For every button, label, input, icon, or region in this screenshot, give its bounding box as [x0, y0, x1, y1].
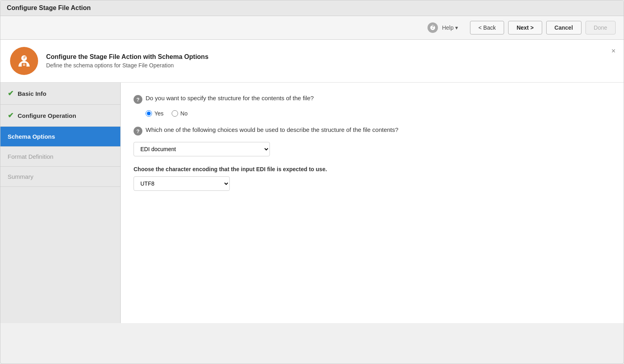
- window: Configure Stage File Action Help ▾ < Bac…: [0, 0, 624, 364]
- window-title: Configure Stage File Action: [7, 4, 617, 12]
- sidebar-item-label: Format Definition: [8, 153, 53, 160]
- content-area: ? Do you want to specify the structure f…: [121, 83, 624, 323]
- question2-icon: ?: [134, 127, 142, 135]
- back-button[interactable]: < Back: [470, 21, 504, 34]
- cancel-button[interactable]: Cancel: [546, 21, 581, 34]
- sidebar-item-label: Basic Info: [18, 90, 47, 97]
- question2-text: Which one of the following choices would…: [146, 126, 398, 133]
- sidebar-item-label: Schema Options: [8, 133, 55, 140]
- question1-row: ? Do you want to specify the structure f…: [134, 95, 611, 104]
- next-button[interactable]: Next >: [508, 21, 542, 34]
- help-label: Help: [442, 24, 454, 31]
- structure-select[interactable]: EDI document CSV document XML document F…: [134, 142, 270, 156]
- encoding-select-row: UTF8 ASCII ISO-8859-1 UTF-16: [134, 176, 611, 191]
- question1-text: Do you want to specify the structure for…: [146, 95, 314, 101]
- radio-yes-text: Yes: [154, 110, 164, 117]
- encoding-select[interactable]: UTF8 ASCII ISO-8859-1 UTF-16: [134, 176, 230, 191]
- radio-yes-label[interactable]: Yes: [146, 110, 164, 117]
- sidebar-item-label: Configure Operation: [18, 112, 76, 119]
- structure-select-row: EDI document CSV document XML document F…: [134, 142, 611, 156]
- encoding-label: Choose the character encoding that the i…: [134, 166, 611, 172]
- radio-yes[interactable]: [146, 110, 152, 117]
- toolbar: Help ▾ < Back Next > Cancel Done: [0, 16, 624, 40]
- sidebar: ✔ Basic Info ✔ Configure Operation Schem…: [0, 83, 121, 323]
- radio-no-text: No: [180, 110, 188, 117]
- svg-rect-1: [22, 63, 26, 67]
- radio-no-label[interactable]: No: [172, 110, 188, 117]
- chevron-down-icon: ▾: [455, 24, 458, 31]
- sidebar-item-configure-operation[interactable]: ✔ Configure Operation: [0, 105, 120, 127]
- sidebar-item-format-definition: Format Definition: [0, 147, 120, 167]
- done-button: Done: [586, 21, 616, 34]
- check-icon: ✔: [8, 111, 14, 120]
- banner-subtitle: Define the schema options for Stage File…: [46, 62, 209, 69]
- info-banner: Configure the Stage File Action with Sch…: [0, 40, 624, 83]
- help-icon: [427, 22, 438, 33]
- sidebar-item-basic-info[interactable]: ✔ Basic Info: [0, 83, 120, 105]
- radio-no[interactable]: [172, 110, 178, 117]
- check-icon: ✔: [8, 89, 14, 98]
- help-button[interactable]: Help ▾: [442, 24, 458, 31]
- radio-group: Yes No: [146, 110, 611, 117]
- banner-text: Configure the Stage File Action with Sch…: [46, 53, 209, 69]
- banner-title: Configure the Stage File Action with Sch…: [46, 53, 209, 61]
- close-button[interactable]: ×: [611, 47, 616, 55]
- sidebar-item-label: Summary: [8, 173, 33, 180]
- title-bar: Configure Stage File Action: [0, 0, 624, 16]
- sidebar-item-schema-options[interactable]: Schema Options: [0, 127, 120, 147]
- sidebar-item-summary: Summary: [0, 167, 120, 187]
- question1-icon: ?: [134, 95, 142, 104]
- question2-row: ? Which one of the following choices wou…: [134, 126, 611, 135]
- main-layout: ✔ Basic Info ✔ Configure Operation Schem…: [0, 83, 624, 323]
- stage-file-icon: [10, 47, 38, 75]
